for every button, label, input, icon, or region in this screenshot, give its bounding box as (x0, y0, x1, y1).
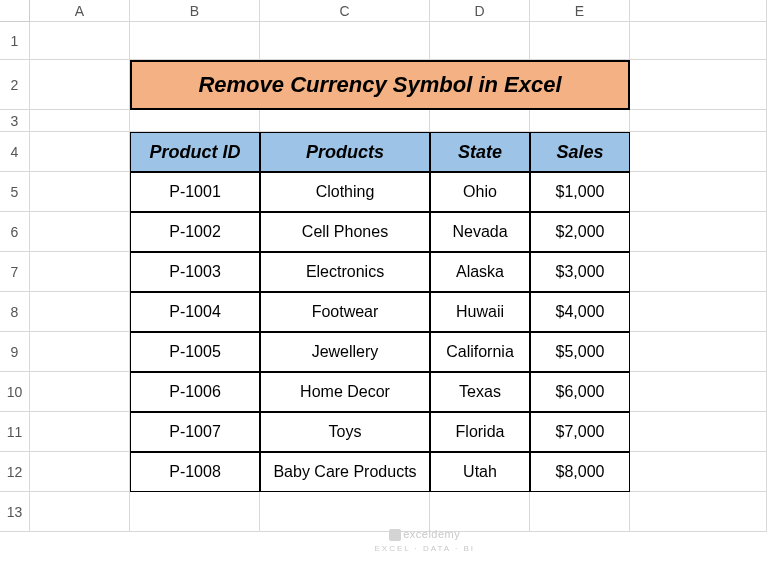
cell-b1[interactable] (130, 22, 260, 60)
cell-blank-11[interactable] (630, 412, 767, 452)
table-row[interactable]: $8,000 (530, 452, 630, 492)
cell-a4[interactable] (30, 132, 130, 172)
watermark: exceldemy EXCEL · DATA · BI (374, 528, 475, 554)
row-header-12[interactable]: 12 (0, 452, 30, 492)
col-header-d[interactable]: D (430, 0, 530, 22)
cell-b13[interactable] (130, 492, 260, 532)
table-row[interactable]: $4,000 (530, 292, 630, 332)
cell-c3[interactable] (260, 110, 430, 132)
table-row[interactable]: California (430, 332, 530, 372)
cell-blank-10[interactable] (630, 372, 767, 412)
cell-a5[interactable] (30, 172, 130, 212)
cell-blank-5[interactable] (630, 172, 767, 212)
row-header-7[interactable]: 7 (0, 252, 30, 292)
table-row[interactable]: Toys (260, 412, 430, 452)
table-row[interactable]: Footwear (260, 292, 430, 332)
row-header-8[interactable]: 8 (0, 292, 30, 332)
table-row[interactable]: P-1007 (130, 412, 260, 452)
col-header-e[interactable]: E (530, 0, 630, 22)
cell-a2[interactable] (30, 60, 130, 110)
cell-blank-9[interactable] (630, 332, 767, 372)
table-row[interactable]: P-1002 (130, 212, 260, 252)
row-header-6[interactable]: 6 (0, 212, 30, 252)
row-header-1[interactable]: 1 (0, 22, 30, 60)
watermark-text: exceldemy (403, 528, 460, 540)
table-row[interactable]: Nevada (430, 212, 530, 252)
table-row[interactable]: Alaska (430, 252, 530, 292)
cell-a6[interactable] (30, 212, 130, 252)
cell-d13[interactable] (430, 492, 530, 532)
table-row[interactable]: $3,000 (530, 252, 630, 292)
cell-a10[interactable] (30, 372, 130, 412)
table-row[interactable]: $1,000 (530, 172, 630, 212)
cell-d1[interactable] (430, 22, 530, 60)
table-row[interactable]: Texas (430, 372, 530, 412)
cell-a1[interactable] (30, 22, 130, 60)
cell-b3[interactable] (130, 110, 260, 132)
col-header-c[interactable]: C (260, 0, 430, 22)
table-row[interactable]: $2,000 (530, 212, 630, 252)
row-header-9[interactable]: 9 (0, 332, 30, 372)
cell-blank-7[interactable] (630, 252, 767, 292)
cell-a12[interactable] (30, 452, 130, 492)
row-header-13[interactable]: 13 (0, 492, 30, 532)
table-row[interactable]: Clothing (260, 172, 430, 212)
table-row[interactable]: Jewellery (260, 332, 430, 372)
header-products[interactable]: Products (260, 132, 430, 172)
cell-a11[interactable] (30, 412, 130, 452)
table-row[interactable]: $7,000 (530, 412, 630, 452)
table-row[interactable]: P-1001 (130, 172, 260, 212)
cell-a13[interactable] (30, 492, 130, 532)
table-row[interactable]: P-1006 (130, 372, 260, 412)
row-header-11[interactable]: 11 (0, 412, 30, 452)
header-sales[interactable]: Sales (530, 132, 630, 172)
watermark-subtext: EXCEL · DATA · BI (374, 544, 475, 553)
cell-blank-8[interactable] (630, 292, 767, 332)
table-row[interactable]: Florida (430, 412, 530, 452)
table-row[interactable]: Cell Phones (260, 212, 430, 252)
col-header-b[interactable]: B (130, 0, 260, 22)
cell-a8[interactable] (30, 292, 130, 332)
watermark-icon (389, 529, 401, 541)
row-header-3[interactable]: 3 (0, 110, 30, 132)
table-row[interactable]: P-1004 (130, 292, 260, 332)
cell-d3[interactable] (430, 110, 530, 132)
cell-blank-6[interactable] (630, 212, 767, 252)
cell-blank-13[interactable] (630, 492, 767, 532)
col-header-a[interactable]: A (30, 0, 130, 22)
cell-e1[interactable] (530, 22, 630, 60)
header-state[interactable]: State (430, 132, 530, 172)
cell-e13[interactable] (530, 492, 630, 532)
table-row[interactable]: $6,000 (530, 372, 630, 412)
cell-a7[interactable] (30, 252, 130, 292)
cell-blank-2[interactable] (630, 60, 767, 110)
table-row[interactable]: P-1008 (130, 452, 260, 492)
spreadsheet-grid: A B C D E 1 2 Remove Currency Symbol in … (0, 0, 767, 532)
table-row[interactable]: Home Decor (260, 372, 430, 412)
table-row[interactable]: $5,000 (530, 332, 630, 372)
title-cell[interactable]: Remove Currency Symbol in Excel (130, 60, 630, 110)
cell-a9[interactable] (30, 332, 130, 372)
col-header-blank[interactable] (630, 0, 767, 22)
cell-c1[interactable] (260, 22, 430, 60)
row-header-2[interactable]: 2 (0, 60, 30, 110)
table-row[interactable]: P-1003 (130, 252, 260, 292)
cell-e3[interactable] (530, 110, 630, 132)
table-row[interactable]: P-1005 (130, 332, 260, 372)
cell-a3[interactable] (30, 110, 130, 132)
select-all-corner[interactable] (0, 0, 30, 22)
table-row[interactable]: Ohio (430, 172, 530, 212)
table-row[interactable]: Utah (430, 452, 530, 492)
cell-blank-12[interactable] (630, 452, 767, 492)
row-header-4[interactable]: 4 (0, 132, 30, 172)
cell-c13[interactable] (260, 492, 430, 532)
table-row[interactable]: Huwaii (430, 292, 530, 332)
table-row[interactable]: Electronics (260, 252, 430, 292)
row-header-10[interactable]: 10 (0, 372, 30, 412)
table-row[interactable]: Baby Care Products (260, 452, 430, 492)
header-product-id[interactable]: Product ID (130, 132, 260, 172)
cell-blank-1[interactable] (630, 22, 767, 60)
cell-blank-4[interactable] (630, 132, 767, 172)
row-header-5[interactable]: 5 (0, 172, 30, 212)
cell-blank-3[interactable] (630, 110, 767, 132)
